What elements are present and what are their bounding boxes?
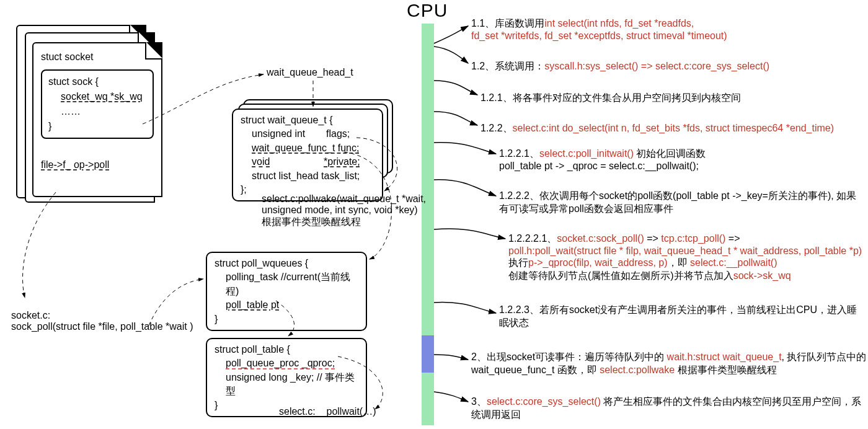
cpu-sleep-segment: [422, 335, 434, 373]
step-1-2-2: 1.2.2、select.c:int do_select(int n, fd_s…: [480, 122, 865, 135]
poll-wqueues-struct: struct poll_wqueues { polling_task //cur…: [206, 252, 367, 331]
step-1-2-2-2-1: 1.2.2.2.1、socket.c:sock_poll() => tcp.c:…: [508, 232, 868, 283]
cpu-title: CPU: [407, 0, 448, 21]
step-1-2-1: 1.2.1、将各事件对应的文件集合从用户空间拷贝到内核空间: [480, 92, 865, 105]
wq-open: struct wait_queue_t {: [241, 113, 374, 127]
step-1-1: 1.1、库函数调用int select(int nfds, fd_set *re…: [471, 17, 862, 42]
pw-l2: poll_table pt: [226, 298, 358, 312]
step-1-2-2-1: 1.2.2.1、select.c:poll_initwait() 初始化回调函数…: [499, 148, 865, 172]
file-poll: file->f_ op->poll: [41, 157, 154, 172]
page-fold-icon: [145, 42, 162, 60]
wait-queue-head-label: wait_queue_head_t: [267, 67, 353, 78]
pollwait-label: select.c:__pollwait(…): [279, 406, 376, 417]
wq-l4: struct list_head task_list;: [252, 169, 374, 183]
sock-struct-close: }: [48, 119, 146, 134]
wq-l2: wait_queue_func_t func;: [252, 141, 374, 155]
step-3: 3、select.c:core_sys_select() 将产生相应事件的文件集…: [471, 396, 868, 422]
step-2: 2、出现socket可读事件：遍历等待队列中的 wait.h:struct wa…: [471, 351, 868, 377]
pt-open: struct poll_table {: [215, 343, 358, 356]
poll-table-struct: struct poll_table { poll_queue_proc _qpr…: [206, 338, 367, 417]
socket-title: stuct socket: [41, 50, 154, 64]
socket-doc: stuct socket stuct sock { socket_wq *sk_…: [32, 42, 162, 197]
pt-l2: unsigned long _key; // 事件类型: [226, 371, 358, 399]
pw-l1: polling_task //current(当前线程): [226, 270, 358, 298]
step-1-2: 1.2、系统调用：syscall.h:sys_select() => selec…: [471, 60, 862, 73]
wait-queue-t-struct: struct wait_queue_t { unsigned int flags…: [232, 108, 383, 201]
sock-ellipsis: ……: [61, 104, 146, 119]
pw-close: }: [215, 312, 358, 326]
wq-l3-left: void: [252, 155, 324, 169]
sock-field: socket_wq *sk_wq: [61, 89, 146, 104]
sock-poll-label: socket.c: sock_poll(struct file *file, p…: [11, 299, 216, 332]
step-1-2-2-2: 1.2.2.2、依次调用每个socket的poll函数(poll_table p…: [499, 190, 865, 216]
step-1-2-2-3: 1.2.2.3、若所有socket没有产生调用者所关注的事件，当前线程让出CPU…: [499, 304, 865, 330]
wq-l3-right: *private;: [324, 156, 360, 167]
wq-l1-right: flags;: [326, 127, 350, 141]
pt-l1: poll_queue_proc _qproc;: [226, 356, 358, 370]
wq-l1-left: unsigned int: [252, 127, 326, 141]
sock-struct-open: stuct sock {: [48, 74, 146, 89]
pw-open: struct poll_wqueues {: [215, 257, 358, 270]
pollwake-label: select.c:pollwake(wait_queue_t *wait, un…: [262, 193, 429, 229]
